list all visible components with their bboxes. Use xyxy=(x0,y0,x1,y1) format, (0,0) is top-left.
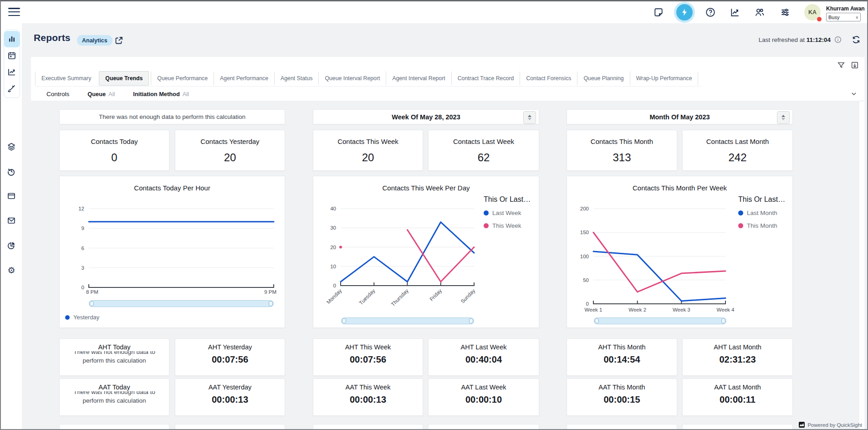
tab-agent-interval-report[interactable]: Agent Interval Report xyxy=(386,72,451,85)
sidebar: ⚙ xyxy=(1,23,22,430)
refresh-time: 11:12:04 xyxy=(807,36,831,43)
tab-queue-performance[interactable]: Queue Performance xyxy=(151,72,214,85)
notepad-icon[interactable] xyxy=(653,7,664,18)
legend-dot xyxy=(484,223,489,228)
svg-text:150: 150 xyxy=(580,230,589,235)
lightning-icon[interactable] xyxy=(676,4,693,20)
sidebar-item-history[interactable] xyxy=(4,163,19,179)
refresh-icon[interactable] xyxy=(852,35,861,44)
chart-x-scrollbar[interactable] xyxy=(594,317,726,324)
kpi-aht-today: AHT Today There was not enough data to p… xyxy=(59,338,169,376)
legend-last-month[interactable]: Last Month xyxy=(738,210,793,216)
partial-card xyxy=(567,424,677,429)
sidebar-item-window[interactable] xyxy=(4,188,19,204)
pie-chart-icon xyxy=(7,241,16,250)
controls-collapse-chevron-icon[interactable] xyxy=(851,91,857,97)
week-selector-spinner[interactable] xyxy=(523,111,536,124)
help-icon[interactable] xyxy=(705,7,716,18)
hamburger-menu-icon[interactable] xyxy=(8,8,20,17)
info-icon[interactable] xyxy=(834,36,842,43)
export-icon[interactable] xyxy=(851,61,859,69)
column-header-week: Week Of May 28, 2023 xyxy=(313,109,539,124)
tab-agent-status[interactable]: Agent Status xyxy=(274,72,318,85)
status-select[interactable]: Busy ∨ xyxy=(826,13,861,21)
tab-contract-trace-record[interactable]: Contract Trace Record xyxy=(451,72,520,85)
tab-executive-summary[interactable]: Executive Summary xyxy=(35,72,97,85)
chart-contacts-today-per-hour: Contacts Today Per Hour 0369128 PM9 PM Y… xyxy=(59,176,285,328)
svg-text:6: 6 xyxy=(82,246,84,251)
tab-wrap-up-performance[interactable]: Wrap-Up Performance xyxy=(630,72,699,85)
quicksight-logo-icon xyxy=(799,422,805,428)
tab-queue-trends[interactable]: Queue Trends xyxy=(99,71,149,86)
legend-this-week[interactable]: This Week xyxy=(484,222,538,229)
legend-last-week[interactable]: Last Week xyxy=(484,210,538,216)
svg-text:200: 200 xyxy=(580,206,589,211)
sidebar-item-pie[interactable] xyxy=(4,237,19,254)
kpi-aat-last-week: AAT Last Week 00:00:10 xyxy=(428,379,539,416)
kpi-contacts-last-month: Contacts Last Month 242 xyxy=(682,130,793,171)
svg-text:9: 9 xyxy=(82,225,84,231)
powered-by-quicksight: Powered by QuickSight xyxy=(799,422,862,428)
sliders-icon[interactable] xyxy=(780,7,791,18)
svg-text:Week 2: Week 2 xyxy=(628,307,646,312)
legend-yesterday[interactable]: Yesterday xyxy=(65,314,99,321)
svg-text:20: 20 xyxy=(330,245,336,250)
kpi-aht-yesterday: AHT Yesterday 00:07:56 xyxy=(175,338,285,376)
sidebar-item-analytics[interactable] xyxy=(4,31,20,47)
line-chart-icon xyxy=(7,67,16,77)
users-icon[interactable] xyxy=(754,7,765,18)
dashboard-panel: Executive Summary Queue Trends Queue Per… xyxy=(31,57,864,429)
filter-icon[interactable] xyxy=(837,61,845,69)
column-header-month: Month Of May 2023 xyxy=(567,109,793,124)
no-data-clipped-message: There was not enough data to perform thi… xyxy=(62,351,166,373)
kpi-contacts-this-month: Contacts This Month 313 xyxy=(567,130,677,171)
no-data-clipped-message: There was not enough data to perform thi… xyxy=(62,391,166,413)
kpi-contacts-today: Contacts Today 0 xyxy=(59,130,169,171)
sidebar-item-metrics[interactable] xyxy=(4,64,20,80)
kpi-aht-this-week: AHT This Week 00:07:56 xyxy=(313,338,423,376)
sidebar-item-design[interactable] xyxy=(4,80,20,97)
layers-icon xyxy=(7,142,16,151)
legend-this-month[interactable]: This Month xyxy=(738,222,793,229)
svg-text:0: 0 xyxy=(586,301,589,307)
svg-text:Monday: Monday xyxy=(326,288,343,305)
svg-text:9 PM: 9 PM xyxy=(264,289,276,295)
kpi-aat-this-week: AAT This Week 00:00:13 xyxy=(313,379,423,416)
design-icon xyxy=(7,84,16,93)
status-value: Busy xyxy=(828,15,839,20)
svg-text:50: 50 xyxy=(583,277,589,283)
legend-title: This Or Last… xyxy=(738,195,793,204)
chart-x-scrollbar[interactable] xyxy=(89,300,274,307)
dashboard-sheet: There was not enough data to perform thi… xyxy=(31,101,859,429)
mail-icon xyxy=(7,216,16,225)
svg-text:30: 30 xyxy=(330,225,336,230)
legend-dot xyxy=(738,223,743,228)
sidebar-item-settings[interactable]: ⚙ xyxy=(4,262,19,278)
chart-x-scrollbar[interactable] xyxy=(341,317,474,324)
chart-legend: This Or Last… Last Week This Week xyxy=(484,195,538,229)
sidebar-item-calendar[interactable] xyxy=(4,47,20,64)
top-bar: KA Khurram Awan Busy ∨ xyxy=(1,1,867,23)
tab-agent-performance[interactable]: Agent Performance xyxy=(214,72,274,85)
month-selector-spinner[interactable] xyxy=(777,111,790,124)
page-title: Reports xyxy=(34,32,71,43)
metrics-icon[interactable] xyxy=(730,7,740,18)
initiation-method-filter[interactable]: Initiation MethodAll xyxy=(133,91,189,97)
chart-contacts-this-week-per-day: Contacts This Week Per Day 010203040Mond… xyxy=(313,176,539,328)
chart-contacts-this-month-per-week: Contacts This Month Per Week 05010015020… xyxy=(567,176,793,328)
tab-contact-forensics[interactable]: Contact Forensics xyxy=(520,72,577,85)
app-window: KA Khurram Awan Busy ∨ xyxy=(0,0,868,430)
kpi-aht-last-month: AHT Last Month 02:31:23 xyxy=(682,338,793,376)
sidebar-item-mail[interactable] xyxy=(4,212,19,229)
tab-queue-interval-report[interactable]: Queue Interval Report xyxy=(318,72,386,85)
sidebar-item-layers[interactable] xyxy=(4,138,19,155)
queue-filter[interactable]: QueueAll xyxy=(87,91,115,97)
partial-card xyxy=(313,424,423,429)
svg-text:Sunday: Sunday xyxy=(460,288,476,304)
month-header-title: Month Of May 2023 xyxy=(649,113,710,121)
chart-legend: This Or Last… Last Month This Month xyxy=(738,195,793,229)
tab-queue-planning[interactable]: Queue Planning xyxy=(577,72,629,85)
svg-text:40: 40 xyxy=(330,206,336,211)
external-link-icon[interactable] xyxy=(114,36,123,45)
svg-text:Week 3: Week 3 xyxy=(673,307,690,312)
